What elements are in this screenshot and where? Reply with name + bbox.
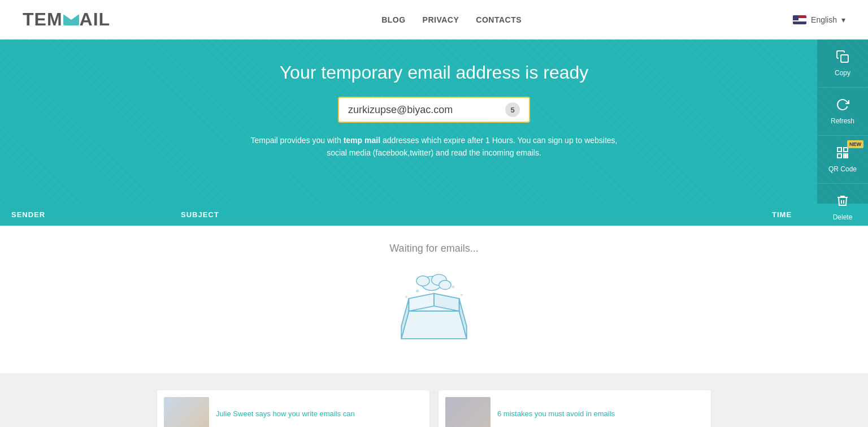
nav-privacy[interactable]: PRIVACY (423, 15, 459, 24)
blog-title-2: 6 mistakes you must avoid in emails (497, 409, 615, 419)
language-selector[interactable]: English ▾ (793, 15, 845, 24)
qr-icon (836, 146, 849, 162)
refresh-button[interactable]: Refresh (817, 88, 868, 136)
delete-label: Delete (833, 213, 853, 221)
refresh-icon (836, 98, 849, 114)
svg-point-20 (461, 294, 463, 296)
logo-text: TEMAIL (23, 9, 110, 30)
empty-state: Waiting for emails... (0, 226, 868, 373)
email-count: 5 (505, 102, 520, 117)
svg-rect-1 (837, 148, 841, 152)
copy-button[interactable]: Copy (817, 40, 868, 88)
delete-button[interactable]: Delete (817, 184, 868, 232)
nav-blog[interactable]: BLOG (381, 15, 405, 24)
new-badge: NEW (847, 140, 863, 148)
blog-thumbnail-1 (164, 397, 209, 427)
hero-content: Your temporary email address is ready zu… (180, 62, 688, 159)
svg-rect-2 (844, 148, 848, 152)
waiting-text: Waiting for emails... (389, 243, 478, 255)
svg-point-17 (439, 281, 451, 290)
chevron-down-icon: ▾ (841, 15, 845, 24)
email-address: zurkizupse@biyac.com (348, 104, 505, 116)
hero-section: Your temporary email address is ready zu… (0, 40, 868, 204)
email-table-section: SENDER SUBJECT TIME Waiting for emails..… (0, 204, 868, 373)
refresh-label: Refresh (831, 117, 854, 125)
copy-icon (836, 50, 849, 66)
col-subject: SUBJECT (181, 210, 772, 219)
svg-rect-6 (844, 156, 845, 158)
flag-icon (793, 15, 806, 24)
hero-description: Tempail provides you with temp mail addr… (242, 134, 626, 159)
blog-thumbnail-2 (445, 397, 491, 427)
svg-rect-5 (846, 156, 848, 158)
header: TEMAIL BLOG PRIVACY CONTACTS English ▾ (0, 0, 868, 40)
svg-point-16 (416, 276, 429, 286)
svg-rect-0 (841, 55, 848, 62)
svg-point-21 (405, 296, 407, 298)
svg-point-18 (416, 290, 419, 292)
blog-title-1: Julie Sweet says how you write emails ca… (216, 409, 355, 419)
hero-title: Your temporary email address is ready (280, 62, 589, 83)
svg-point-19 (452, 286, 454, 288)
svg-rect-3 (837, 154, 841, 158)
empty-box-illustration (383, 266, 485, 356)
nav-contacts[interactable]: CONTACTS (476, 15, 522, 24)
copy-label: Copy (835, 69, 850, 77)
svg-rect-4 (844, 154, 845, 156)
delete-icon (836, 194, 849, 210)
logo[interactable]: TEMAIL (23, 9, 110, 30)
blog-card-2[interactable]: 6 mistakes you must avoid in emails (439, 390, 711, 427)
language-label: English (811, 15, 837, 24)
qr-code-button[interactable]: NEW QR Code (817, 136, 868, 184)
email-box[interactable]: zurkizupse@biyac.com 5 (338, 97, 530, 123)
qr-label: QR Code (828, 165, 857, 173)
svg-marker-8 (401, 311, 467, 339)
blog-section: Julie Sweet says how you write emails ca… (157, 390, 711, 427)
blog-card-1[interactable]: Julie Sweet says how you write emails ca… (157, 390, 429, 427)
col-sender: SENDER (11, 210, 181, 219)
main-nav: BLOG PRIVACY CONTACTS (381, 15, 522, 24)
table-header: SENDER SUBJECT TIME (0, 204, 868, 226)
svg-rect-7 (846, 154, 848, 156)
sidebar-actions: Copy Refresh NEW (817, 40, 868, 204)
